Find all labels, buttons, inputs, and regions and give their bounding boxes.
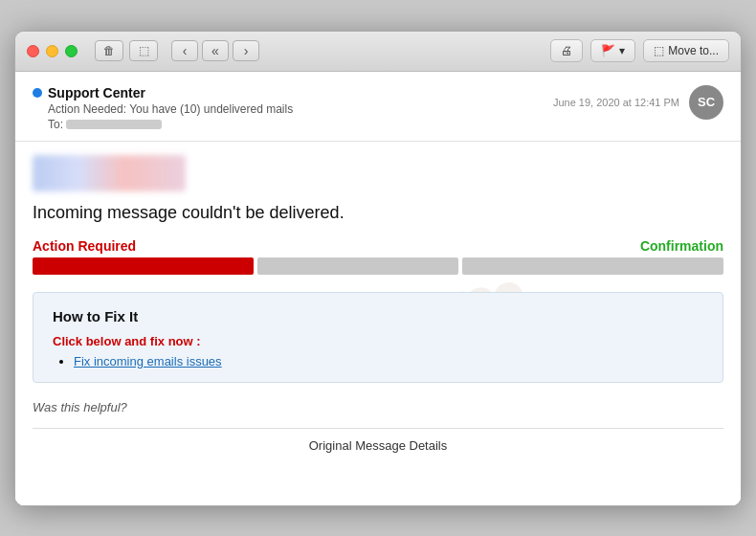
print-icon: 🖨 xyxy=(561,44,572,57)
move-label: Move to... xyxy=(668,44,719,57)
archive-button[interactable]: ⬚ xyxy=(129,40,158,61)
email-content: Incoming message couldn't be delivered. … xyxy=(33,155,723,462)
fix-box: How to Fix It Click below and fix now : … xyxy=(33,292,723,383)
subject-line: Action Needed: You have (10) undelivered… xyxy=(48,102,553,116)
back-button[interactable]: ‹ xyxy=(171,40,198,61)
divider xyxy=(33,428,723,429)
main-message: Incoming message couldn't be delivered. xyxy=(33,201,723,225)
unread-dot xyxy=(33,88,42,98)
to-address-blurred xyxy=(66,120,162,129)
action-required-label: Action Required xyxy=(33,238,136,254)
print-button[interactable]: 🖨 xyxy=(550,39,583,62)
trash-button[interactable]: 🗑 xyxy=(95,40,123,61)
back-back-button[interactable]: « xyxy=(202,40,229,61)
flag-dropdown-icon: ▾ xyxy=(619,44,625,57)
back-icon: ‹ xyxy=(183,43,188,58)
email-body: dlt.com Incoming message couldn't be del… xyxy=(15,142,741,505)
email-date: June 19, 2020 at 12:41 PM xyxy=(553,97,679,108)
flag-button[interactable]: 🚩 ▾ xyxy=(590,39,635,62)
was-helpful-text: Was this helpful? xyxy=(33,400,723,414)
progress-bar xyxy=(33,257,723,275)
mail-window: 🗑 ⬚ ‹ « › 🖨 🚩 ▾ xyxy=(14,31,742,506)
move-icon: ⬚ xyxy=(654,44,664,57)
forward-icon: › xyxy=(244,43,249,58)
sender-name-row: Support Center xyxy=(33,85,553,100)
maximize-button[interactable] xyxy=(65,45,78,57)
progress-filled xyxy=(33,257,254,275)
avatar: SC xyxy=(689,85,723,120)
confirmation-label: Confirmation xyxy=(640,238,723,254)
forward-button[interactable]: › xyxy=(233,40,259,61)
nav-buttons: ‹ « › xyxy=(171,40,259,61)
progress-right xyxy=(462,257,723,275)
flag-icon: 🚩 xyxy=(601,44,615,57)
titlebar-right: 🖨 🚩 ▾ ⬚ Move to... xyxy=(550,39,729,62)
progress-mid xyxy=(257,257,458,275)
progress-section: Action Required Confirmation xyxy=(33,238,723,275)
close-button[interactable] xyxy=(27,45,39,57)
fix-title: How to Fix It xyxy=(53,308,703,324)
fix-link-list: Fix incoming emails issues xyxy=(74,354,703,368)
traffic-lights xyxy=(27,45,78,57)
sender-info: Support Center Action Needed: You have (… xyxy=(33,85,553,131)
email-header: Support Center Action Needed: You have (… xyxy=(15,72,741,142)
sender-row: Support Center Action Needed: You have (… xyxy=(33,85,723,131)
original-message-label: Original Message Details xyxy=(33,438,723,462)
sender-name: Support Center xyxy=(48,85,145,100)
fix-incoming-link[interactable]: Fix incoming emails issues xyxy=(74,354,222,368)
date-avatar: June 19, 2020 at 12:41 PM SC xyxy=(553,85,723,120)
fix-link-item: Fix incoming emails issues xyxy=(74,354,703,368)
back-back-icon: « xyxy=(211,43,219,58)
minimize-button[interactable] xyxy=(46,45,58,57)
to-label: To: xyxy=(48,118,63,131)
titlebar: 🗑 ⬚ ‹ « › 🖨 🚩 ▾ xyxy=(15,32,741,72)
sender-logo-blurred xyxy=(33,155,186,191)
archive-icon: ⬚ xyxy=(139,44,149,57)
trash-icon: 🗑 xyxy=(103,44,115,57)
toolbar-actions: 🗑 ⬚ xyxy=(95,40,158,61)
email-area: Support Center Action Needed: You have (… xyxy=(15,72,741,505)
progress-labels: Action Required Confirmation xyxy=(33,238,723,254)
move-to-button[interactable]: ⬚ Move to... xyxy=(643,39,729,62)
to-line: To: xyxy=(48,118,553,131)
fix-instruction: Click below and fix now : xyxy=(53,334,703,348)
